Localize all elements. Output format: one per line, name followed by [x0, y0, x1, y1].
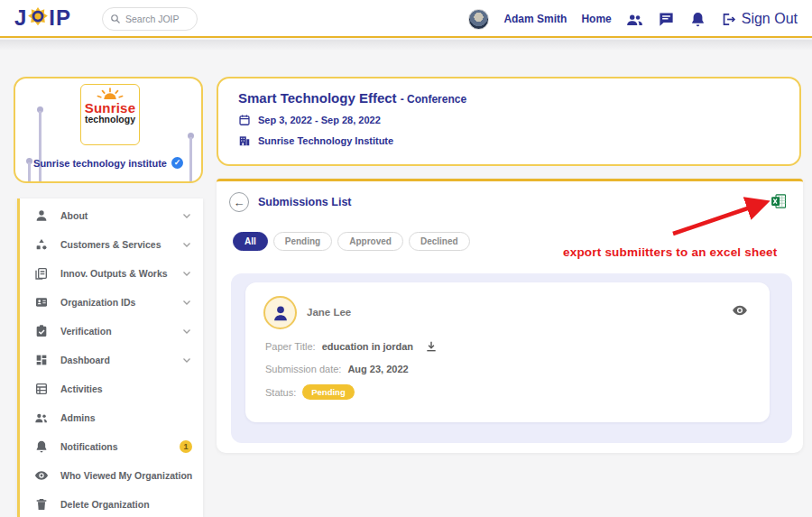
event-organizer-row: Sunrise Technology Institute [238, 134, 799, 147]
sidebar-item-activities[interactable]: Activities [20, 374, 203, 403]
search-icon [110, 14, 121, 24]
organization-card[interactable]: Sunrise technology Sunrise technology in… [14, 77, 203, 183]
logo-text-right: IP [49, 5, 71, 31]
paper-title-label: Paper Title: [265, 341, 316, 352]
sign-out-button[interactable]: Sign Out [721, 11, 798, 27]
page: { "colors": { "navy": "#2d3192", "accent… [0, 0, 812, 517]
organization-logo: Sunrise technology [80, 84, 140, 145]
sidebar-item-notifications[interactable]: Notifications 1 [20, 432, 203, 461]
decor-pin-line [39, 111, 42, 181]
header-right-nav: Adam Smith Home Sign Out [468, 0, 798, 38]
trash-icon [34, 497, 49, 512]
documents-icon [34, 266, 49, 281]
sign-out-label: Sign Out [742, 11, 798, 27]
status-label: Status: [265, 387, 296, 398]
sidebar-item-who-viewed[interactable]: Who Viewed My Organization [20, 461, 203, 490]
submissions-panel: ← Submissions List All Pending Approved … [217, 179, 803, 453]
submission-date-label: Submission date: [265, 364, 341, 374]
status-row: Status: Pending [265, 384, 355, 400]
messages-icon[interactable] [658, 11, 675, 28]
event-title: Smart Technology Effect - Conference [238, 90, 799, 106]
clipboard-check-icon [34, 324, 49, 338]
org-logo-text-2: technology [81, 115, 139, 125]
sidebar-item-admins[interactable]: Admins [20, 403, 203, 432]
filter-all[interactable]: All [233, 232, 268, 251]
bell-icon [34, 439, 49, 454]
search-input[interactable] [125, 14, 189, 24]
person-icon [34, 208, 49, 223]
sidebar-item-about[interactable]: About [20, 201, 203, 230]
chevron-down-icon [181, 210, 192, 221]
submission-card: Jane Lee Paper Title: education in jorda… [245, 282, 770, 422]
id-badge-icon [34, 295, 49, 309]
activities-table-icon [34, 382, 49, 396]
user-avatar[interactable] [468, 9, 489, 30]
org-tree-icon [34, 237, 49, 252]
event-organizer: Sunrise Technology Institute [258, 135, 393, 146]
sidebar-menu: About Customers & Services Innov. Output… [17, 198, 203, 517]
notifications-bell-icon[interactable] [689, 11, 706, 28]
view-submission-eye-icon[interactable] [732, 302, 748, 319]
verified-badge-icon: ✓ [171, 157, 183, 169]
chevron-down-icon [181, 297, 192, 308]
chevron-down-icon [181, 355, 192, 365]
dashboard-grid-icon [34, 353, 49, 367]
sidebar-item-delete-organization[interactable]: Delete Organization [20, 490, 203, 517]
sidebar-item-verification[interactable]: Verification [20, 317, 203, 346]
submitter-name: Jane Lee [307, 307, 351, 318]
back-button[interactable]: ← [229, 192, 249, 212]
top-header: J IP Adam Smith Home Sign Out [0, 0, 812, 38]
download-paper-icon[interactable] [425, 340, 438, 353]
sunrise-sun-icon [95, 87, 125, 101]
status-badge: Pending [302, 384, 354, 400]
eye-icon [34, 468, 49, 483]
event-summary-card: Smart Technology Effect - Conference Sep… [217, 77, 801, 166]
event-dates-row: Sep 3, 2022 - Sep 28, 2022 [238, 114, 799, 126]
submitter-avatar [263, 296, 297, 329]
sidebar-item-innov-outputs-works[interactable]: Innov. Outputs & Works [20, 259, 203, 288]
submissions-title: Submissions List [258, 196, 352, 208]
institute-building-icon [238, 134, 251, 147]
search-bar[interactable] [102, 7, 198, 31]
submission-date-row: Submission date: Aug 23, 2022 [265, 364, 409, 374]
chevron-down-icon [181, 268, 192, 279]
paper-title-row: Paper Title: education in jordan [265, 340, 438, 353]
notifications-count-badge: 1 [180, 440, 192, 453]
filter-pending[interactable]: Pending [273, 232, 332, 251]
filter-pills: All Pending Approved Declined [233, 232, 470, 251]
event-type: - Conference [401, 93, 466, 106]
event-dates: Sep 3, 2022 - Sep 28, 2022 [258, 115, 381, 125]
organization-name: Sunrise technology institute [33, 158, 167, 169]
chevron-down-icon [181, 326, 192, 337]
submissions-list-container: Jane Lee Paper Title: education in jorda… [231, 273, 792, 443]
sidebar-item-organization-ids[interactable]: Organization IDs [20, 288, 203, 317]
joip-logo[interactable]: J IP [14, 5, 71, 31]
chevron-down-icon [181, 239, 192, 250]
org-logo-text-1: Sunrise [81, 101, 139, 115]
sign-out-icon [721, 12, 736, 27]
home-link[interactable]: Home [581, 13, 611, 25]
header-shadow [0, 40, 812, 51]
calendar-icon [238, 114, 251, 126]
sidebar-item-dashboard[interactable]: Dashboard [20, 346, 203, 374]
user-name[interactable]: Adam Smith [503, 13, 567, 25]
filter-declined[interactable]: Declined [409, 232, 470, 251]
annotation-text: export submiitters to an excel sheet [563, 245, 778, 259]
admins-people-icon [34, 411, 49, 425]
filter-approved[interactable]: Approved [337, 232, 403, 251]
logo-text-left: J [14, 5, 27, 31]
sidebar-item-customers-services[interactable]: Customers & Services [20, 230, 203, 259]
paper-title-value: education in jordan [322, 341, 413, 352]
submission-date-value: Aug 23, 2022 [347, 364, 408, 374]
sun-star-logo-icon [26, 6, 50, 30]
export-excel-icon[interactable] [770, 193, 787, 209]
connections-icon[interactable] [626, 11, 643, 28]
